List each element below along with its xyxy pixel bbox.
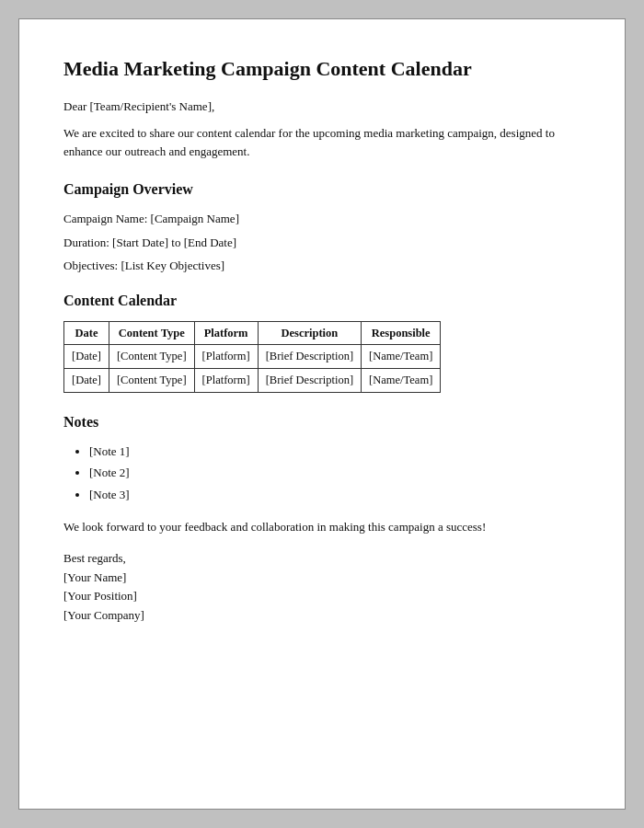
- notes-heading: Notes: [63, 411, 581, 433]
- signature-company: [Your Company]: [63, 606, 581, 626]
- col-header-responsible: Responsible: [362, 321, 441, 345]
- signature-block: Best regards, [Your Name] [Your Position…: [63, 549, 581, 626]
- notes-section: Notes [Note 1][Note 2][Note 3]: [63, 411, 581, 504]
- col-header-platform: Platform: [194, 321, 258, 345]
- list-item: [Note 3]: [89, 486, 581, 504]
- document-page: Media Marketing Campaign Content Calenda…: [18, 18, 626, 810]
- table-cell: [Platform]: [194, 369, 258, 393]
- closing-text: We look forward to your feedback and col…: [63, 518, 581, 536]
- table-cell: [Date]: [64, 369, 109, 393]
- table-cell: [Brief Description]: [258, 345, 361, 369]
- table-cell: [Name/Team]: [362, 345, 441, 369]
- campaign-overview-heading: Campaign Overview: [63, 178, 581, 201]
- campaign-duration: Duration: [Start Date] to [End Date]: [63, 234, 581, 252]
- content-calendar-table: Date Content Type Platform Description R…: [63, 321, 441, 393]
- table-cell: [Brief Description]: [258, 369, 361, 393]
- list-item: [Note 1]: [89, 443, 581, 461]
- col-header-content-type: Content Type: [109, 321, 194, 345]
- table-cell: [Date]: [64, 345, 109, 369]
- table-row: [Date][Content Type][Platform][Brief Des…: [64, 369, 441, 393]
- signature-closing: Best regards,: [63, 549, 581, 569]
- content-calendar-heading: Content Calendar: [63, 290, 581, 312]
- signature-position: [Your Position]: [63, 587, 581, 606]
- campaign-name: Campaign Name: [Campaign Name]: [63, 210, 581, 228]
- table-cell: [Content Type]: [109, 369, 194, 393]
- page-title: Media Marketing Campaign Content Calenda…: [63, 56, 581, 83]
- table-cell: [Platform]: [194, 345, 258, 369]
- table-header-row: Date Content Type Platform Description R…: [64, 321, 441, 345]
- intro-text: We are excited to share our content cale…: [63, 124, 581, 160]
- table-cell: [Name/Team]: [362, 369, 441, 393]
- campaign-objectives: Objectives: [List Key Objectives]: [63, 257, 581, 275]
- table-cell: [Content Type]: [109, 345, 194, 369]
- list-item: [Note 2]: [89, 464, 581, 482]
- table-row: [Date][Content Type][Platform][Brief Des…: [64, 345, 441, 369]
- notes-list: [Note 1][Note 2][Note 3]: [63, 443, 581, 504]
- col-header-description: Description: [258, 321, 361, 345]
- signature-name: [Your Name]: [63, 569, 581, 588]
- col-header-date: Date: [64, 321, 109, 345]
- salutation: Dear [Team/Recipient's Name],: [63, 98, 581, 116]
